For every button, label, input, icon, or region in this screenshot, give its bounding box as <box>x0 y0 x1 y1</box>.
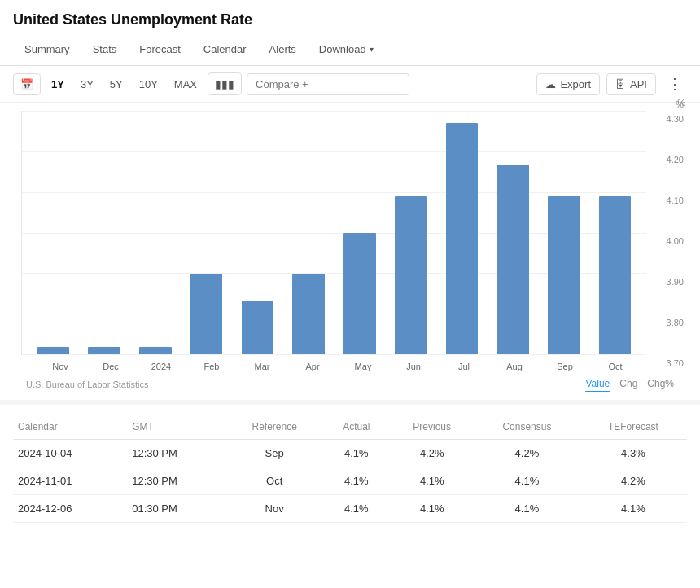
cell-gmt-1: 12:30 PM <box>127 467 225 495</box>
x-label-jul: Jul <box>441 358 487 371</box>
y-label-420: 4.20 <box>648 155 687 165</box>
col-header-actual: Actual <box>323 415 389 440</box>
bar-sep <box>541 111 588 354</box>
period-1y-button[interactable]: 1Y <box>46 74 70 94</box>
calendar-icon: 📅 <box>20 78 33 90</box>
page-title: United States Unemployment Rate <box>0 0 700 35</box>
bar-aug-rect <box>497 165 529 354</box>
toolbar-right: ☁ Export 🗄 API ⋮ <box>536 73 687 95</box>
table-row: 2024-10-04 12:30 PM Sep 4.1% 4.2% 4.2% 4… <box>13 440 687 467</box>
chevron-down-icon: ▾ <box>370 45 374 54</box>
cell-consensus-0: 4.2% <box>475 440 580 467</box>
cell-calendar-2: 2024-12-06 <box>13 495 127 523</box>
bar-apr <box>286 111 332 354</box>
table-row: 2024-11-01 12:30 PM Oct 4.1% 4.1% 4.1% 4… <box>13 467 687 495</box>
bar-dec-rect <box>88 347 120 354</box>
col-header-reference: Reference <box>225 415 323 440</box>
cell-previous-1: 4.1% <box>389 467 475 495</box>
tab-calendar[interactable]: Calendar <box>192 35 258 65</box>
period-10y-button[interactable]: 10Y <box>133 74 164 94</box>
y-label-370: 3.70 <box>648 358 687 368</box>
period-max-button[interactable]: MAX <box>168 74 203 94</box>
toolbar: 📅 1Y 3Y 5Y 10Y MAX ▮▮▮ ☁ Export 🗄 API ⋮ <box>0 66 700 103</box>
col-header-teforecast: TEForecast <box>580 415 687 440</box>
value-tab-chgpct[interactable]: Chg% <box>647 376 674 392</box>
x-label-sep: Sep <box>542 358 588 371</box>
tab-download[interactable]: Download ▾ <box>308 35 385 65</box>
value-tab-chg[interactable]: Chg <box>619 376 637 392</box>
bar-jan-rect <box>139 347 172 354</box>
y-label-400: 4.00 <box>648 236 687 246</box>
bar-jul <box>439 111 485 354</box>
compare-input[interactable] <box>247 73 409 95</box>
bar-jan <box>133 111 179 354</box>
source-text: U.S. Bureau of Labor Statistics <box>26 380 148 389</box>
col-header-consensus: Consensus <box>475 415 580 440</box>
y-label-390: 3.90 <box>648 277 687 287</box>
grid-line-7 <box>22 354 646 355</box>
tab-stats[interactable]: Stats <box>81 35 129 65</box>
bar-jun <box>387 111 434 354</box>
cell-teforecast-0: 4.3% <box>580 440 687 467</box>
x-label-may: May <box>340 358 386 371</box>
bar-feb-rect <box>190 274 223 354</box>
chart-area: % 4.30 4.20 4.10 4.00 3.90 3.80 3.70 % <box>0 103 700 400</box>
cell-reference-1: Oct <box>225 467 323 495</box>
bar-nov-rect <box>37 347 70 354</box>
chart-footer: U.S. Bureau of Labor Statistics Value Ch… <box>13 371 687 400</box>
cell-consensus-1: 4.1% <box>475 467 580 495</box>
bar-jul-rect <box>446 123 479 354</box>
tab-bar: Summary Stats Forecast Calendar Alerts D… <box>0 35 700 66</box>
period-5y-button[interactable]: 5Y <box>104 74 129 94</box>
x-label-dec: Dec <box>88 358 133 371</box>
bar-feb <box>183 111 230 354</box>
chart-container <box>21 111 646 355</box>
bar-oct <box>592 111 638 354</box>
col-header-gmt: GMT <box>127 415 225 440</box>
bars-wrapper <box>22 111 646 354</box>
bar-mar-rect <box>242 301 274 354</box>
cell-reference-0: Sep <box>225 440 323 467</box>
table-body: 2024-10-04 12:30 PM Sep 4.1% 4.2% 4.2% 4… <box>13 440 687 523</box>
cell-actual-0: 4.1% <box>323 440 389 467</box>
y-label-410: 4.10 <box>648 195 687 205</box>
col-header-calendar: Calendar <box>13 415 127 440</box>
bar-oct-rect <box>599 196 632 354</box>
x-label-mar: Mar <box>239 358 285 371</box>
value-tabs: Value Chg Chg% <box>585 376 674 392</box>
table-row: 2024-12-06 01:30 PM Nov 4.1% 4.1% 4.1% 4… <box>13 495 687 523</box>
tab-forecast[interactable]: Forecast <box>128 35 192 65</box>
x-label-jun: Jun <box>391 358 436 371</box>
more-options-button[interactable]: ⋮ <box>663 73 687 94</box>
cell-calendar-1: 2024-11-01 <box>13 467 127 495</box>
cell-previous-0: 4.2% <box>389 440 475 467</box>
cell-calendar-0: 2024-10-04 <box>13 440 127 467</box>
x-axis: Nov Dec 2024 Feb Mar Apr May Jun Jul Aug… <box>29 355 646 371</box>
bar-sep-rect <box>548 196 580 354</box>
export-icon: ☁ <box>545 78 556 90</box>
table-header: Calendar GMT Reference Actual Previous C… <box>13 415 687 440</box>
tab-summary[interactable]: Summary <box>13 35 81 65</box>
value-tab-value[interactable]: Value <box>585 376 610 392</box>
cell-consensus-2: 4.1% <box>475 495 580 523</box>
bar-may <box>337 111 383 354</box>
percent-label: % <box>677 98 685 108</box>
table-section: Calendar GMT Reference Actual Previous C… <box>0 405 700 536</box>
cell-reference-2: Nov <box>225 495 323 523</box>
period-3y-button[interactable]: 3Y <box>75 74 99 94</box>
bar-dec <box>81 111 128 354</box>
chart-type-button[interactable]: ▮▮▮ <box>208 72 242 95</box>
cell-teforecast-1: 4.2% <box>580 467 687 495</box>
export-button[interactable]: ☁ Export <box>536 73 600 95</box>
x-label-aug: Aug <box>492 358 537 371</box>
bar-aug <box>490 111 536 354</box>
tab-alerts[interactable]: Alerts <box>258 35 308 65</box>
bar-jun-rect <box>395 196 427 354</box>
bar-chart-icon: ▮▮▮ <box>215 77 234 90</box>
x-label-feb: Feb <box>189 358 234 371</box>
x-label-oct: Oct <box>593 358 638 371</box>
cell-gmt-0: 12:30 PM <box>127 440 225 467</box>
cell-teforecast-2: 4.1% <box>580 495 687 523</box>
api-button[interactable]: 🗄 API <box>606 73 656 95</box>
calendar-button[interactable]: 📅 <box>13 73 41 95</box>
